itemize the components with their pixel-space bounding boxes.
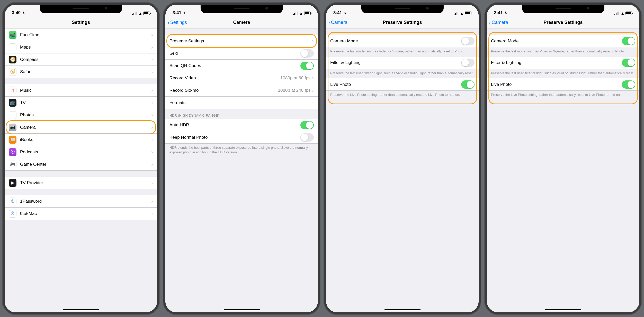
- row-gamecenter[interactable]: 🎮Game Center›: [5, 158, 157, 171]
- location-arrow-icon: ➤: [504, 11, 508, 15]
- row-label: Auto HDR: [169, 123, 300, 128]
- chevron-right-icon: ›: [151, 149, 153, 155]
- row-record-slomo[interactable]: Record Slo-mo 1080p at 240 fps ›: [165, 84, 318, 97]
- row-music[interactable]: ♫Music›: [5, 84, 157, 97]
- row-facetime[interactable]: 📹FaceTime›: [5, 29, 157, 41]
- ibooks-icon: 📖: [9, 136, 16, 144]
- desc-live-photo: Preserve the Live Photo setting, rather …: [326, 91, 479, 100]
- row-tvprovider[interactable]: ▶TV Provider›: [5, 177, 157, 189]
- switch-filter-lighting[interactable]: [461, 59, 475, 67]
- row-filter-lighting[interactable]: Filter & Lighting: [487, 57, 639, 69]
- location-arrow-icon: ➤: [182, 11, 186, 15]
- switch-qr[interactable]: [300, 62, 314, 70]
- status-time: 3:41: [333, 10, 342, 15]
- row-auto-hdr[interactable]: Auto HDR: [165, 119, 318, 131]
- row-label: Formats: [169, 100, 312, 105]
- switch-filter-lighting[interactable]: [622, 59, 635, 67]
- row-label: Photos: [20, 113, 151, 118]
- switch-keep-normal[interactable]: [300, 133, 314, 142]
- status-time: 3:41: [173, 10, 181, 15]
- signal-icon: [293, 12, 298, 15]
- row-label: Maps: [20, 45, 151, 50]
- row-label: Music: [20, 88, 151, 93]
- home-indicator[interactable]: [545, 309, 581, 310]
- status-time: 3:40: [12, 10, 21, 15]
- back-label: Settings: [170, 20, 187, 25]
- chevron-right-icon: ›: [151, 198, 153, 204]
- battery-icon: [143, 12, 150, 15]
- row-filter-lighting[interactable]: Filter & Lighting: [326, 57, 479, 69]
- row-tv[interactable]: 📺TV›: [5, 97, 157, 109]
- desc-live-photo: Preserve the Live Photo setting, rather …: [487, 91, 639, 100]
- back-button[interactable]: ‹Camera: [489, 19, 508, 26]
- back-button[interactable]: ‹Camera: [328, 19, 347, 26]
- home-indicator[interactable]: [224, 309, 260, 310]
- row-label: Live Photo: [330, 82, 461, 87]
- phone-preserve-b: 3:41➤ ▲ ‹Camera Preserve Settings Camera…: [484, 2, 642, 315]
- chevron-right-icon: ›: [151, 112, 153, 118]
- home-indicator[interactable]: [63, 309, 99, 310]
- nav-bar: Settings: [5, 16, 157, 29]
- row-scan-qr[interactable]: Scan QR Codes: [165, 60, 318, 72]
- row-safari[interactable]: 🧭Safari›: [5, 66, 157, 78]
- row-photos[interactable]: ✿Photos›: [5, 109, 157, 121]
- signal-icon: [132, 12, 137, 15]
- row-label: 9to5Mac: [20, 211, 151, 216]
- chevron-right-icon: ›: [312, 87, 314, 93]
- switch-camera-mode[interactable]: [461, 37, 475, 45]
- back-button[interactable]: ‹Settings: [167, 19, 187, 26]
- page-title: Preserve Settings: [383, 20, 422, 25]
- chevron-left-icon: ‹: [328, 19, 330, 26]
- row-grid[interactable]: Grid: [165, 47, 318, 60]
- page-title: Camera: [233, 20, 250, 25]
- row-live-photo[interactable]: Live Photo: [326, 78, 479, 91]
- battery-icon: [625, 12, 632, 15]
- switch-auto-hdr[interactable]: [300, 121, 314, 129]
- row-onepassword[interactable]: ①1Password›: [5, 195, 157, 208]
- page-title: Preserve Settings: [543, 20, 583, 25]
- home-indicator[interactable]: [384, 309, 421, 310]
- row-podcasts[interactable]: ⦿Podcasts›: [5, 146, 157, 158]
- chevron-right-icon: ›: [312, 100, 314, 106]
- row-maps[interactable]: 🗺Maps›: [5, 41, 157, 53]
- tvprovider-icon: ▶: [9, 179, 16, 187]
- row-label: Scan QR Codes: [169, 63, 300, 68]
- switch-camera-mode[interactable]: [622, 37, 635, 45]
- ninetofive-icon: ⏱: [9, 210, 16, 218]
- row-preserve-settings[interactable]: Preserve Settings ›: [165, 35, 318, 47]
- row-live-photo[interactable]: Live Photo: [487, 78, 639, 91]
- nav-bar: ‹Camera Preserve Settings: [487, 16, 639, 29]
- location-arrow-icon: ➤: [343, 11, 347, 15]
- row-label: Safari: [20, 69, 151, 74]
- switch-grid[interactable]: [300, 49, 314, 58]
- row-value: 1080p at 240 fps: [278, 88, 311, 93]
- safari-icon: 🧭: [9, 68, 16, 76]
- page-title: Settings: [72, 20, 90, 25]
- row-label: FaceTime: [20, 32, 151, 38]
- row-camera-mode[interactable]: Camera Mode: [487, 35, 639, 47]
- phone-preserve-a: 3:41➤ ▲ ‹Camera Preserve Settings Camera…: [324, 2, 481, 315]
- row-camera[interactable]: 📷Camera›: [5, 121, 157, 134]
- row-label: Record Slo-mo: [169, 88, 278, 93]
- row-camera-mode[interactable]: Camera Mode: [326, 35, 479, 47]
- row-ibooks[interactable]: 📖iBooks›: [5, 134, 157, 146]
- row-record-video[interactable]: Record Video 1080p at 60 fps ›: [165, 72, 318, 84]
- camera-settings[interactable]: Preserve Settings › Grid Scan QR Codes R…: [165, 29, 318, 312]
- switch-live-photo[interactable]: [622, 80, 635, 89]
- chevron-right-icon: ›: [151, 124, 153, 130]
- phone-camera: 3:41➤ ▲ ‹Settings Camera Preserve Settin…: [163, 2, 320, 315]
- row-keep-normal[interactable]: Keep Normal Photo: [165, 131, 318, 144]
- compass-icon: 🧭: [9, 56, 16, 63]
- preserve-settings[interactable]: Camera Mode Preserve the last mode, such…: [326, 29, 479, 312]
- desc-camera-mode: Preserve the last mode, such as Video or…: [487, 47, 639, 57]
- row-compass[interactable]: 🧭Compass›: [5, 53, 157, 66]
- chevron-right-icon: ›: [151, 161, 153, 167]
- row-label: Game Center: [20, 162, 151, 167]
- settings-list[interactable]: 📹FaceTime›🗺Maps›🧭Compass›🧭Safari›♫Music›…: [5, 29, 157, 312]
- row-formats[interactable]: Formats ›: [165, 97, 318, 109]
- music-icon: ♫: [9, 87, 16, 94]
- switch-live-photo[interactable]: [461, 80, 475, 89]
- preserve-settings[interactable]: Camera Mode Preserve the last mode, such…: [487, 29, 639, 312]
- row-label: 1Password: [20, 199, 151, 204]
- row-ninetofive[interactable]: ⏱9to5Mac›: [5, 208, 157, 220]
